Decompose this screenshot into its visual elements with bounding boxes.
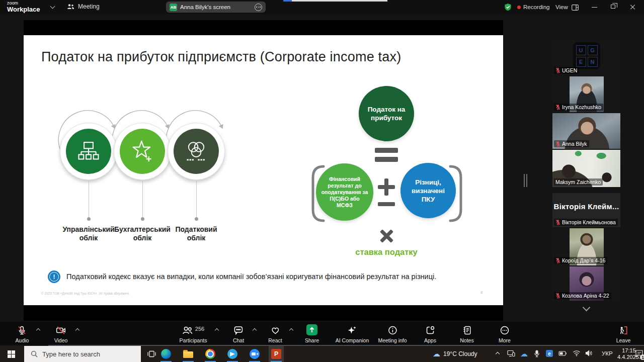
participant-tile-anna[interactable]: Anna Bilyk xyxy=(552,113,620,149)
minimize-button[interactable] xyxy=(592,7,597,8)
security-shield-icon[interactable] xyxy=(504,3,512,11)
panel-resize-handle[interactable] xyxy=(524,174,527,187)
start-button[interactable] xyxy=(8,350,15,358)
participant-name: Вікторія Клеймьонова xyxy=(562,219,616,225)
task-view-button[interactable] xyxy=(147,350,156,358)
leave-button[interactable]: Leave xyxy=(616,325,631,343)
video-options-chevron[interactable] xyxy=(75,328,79,332)
speaker-icon[interactable] xyxy=(585,350,593,356)
view-button[interactable]: View xyxy=(555,4,568,10)
weather-widget[interactable]: ☁ 19°C Cloudy xyxy=(433,346,477,362)
search-input[interactable]: Type here to search xyxy=(24,346,141,362)
participant-tile-kozlova[interactable]: Козлова Аріна 4-22 xyxy=(552,266,620,301)
mic-muted-icon xyxy=(555,67,560,73)
participant-tile-ugen[interactable]: UG EN UGEN xyxy=(552,39,620,75)
taskbar-app-telegram[interactable] xyxy=(225,346,240,362)
connector-dot xyxy=(195,217,198,221)
meeting-info-button[interactable]: Meeting info xyxy=(378,325,407,343)
accounting-type-label: Податковий облік xyxy=(158,225,234,242)
chat-button[interactable]: Chat xyxy=(233,325,244,343)
slide-title: Податок на прибуток підприємств (Corpora… xyxy=(41,49,401,65)
battery-icon[interactable] xyxy=(558,351,567,356)
notes-button[interactable]: Notes xyxy=(460,325,473,343)
tax-accounting-circle xyxy=(168,123,225,180)
windows-taskbar: Type here to search P ☁ 19°C Cloudy ☁ xyxy=(0,346,644,362)
plus-sign xyxy=(384,178,388,196)
taskbar-app-file-explorer[interactable] xyxy=(181,346,196,362)
participants-icon xyxy=(182,325,193,335)
participant-tile-koroid[interactable]: Короїд Дар’я 4-16 xyxy=(552,228,620,265)
taskbar-app-chrome[interactable] xyxy=(203,346,218,362)
participant-display-name: Вікторія Клейм... xyxy=(552,202,620,211)
shared-screen-bottom-bar xyxy=(24,305,503,321)
zoom-titlebar: zoom Workplace Meeting AB Anna Bilyk's s… xyxy=(0,0,644,14)
tax-rate-label: ставка податку xyxy=(341,247,432,257)
management-accounting-circle xyxy=(60,123,117,180)
participant-name: Maksym Zaichenko xyxy=(555,179,601,185)
share-button[interactable]: Share xyxy=(305,325,319,343)
connector-line xyxy=(196,181,197,217)
mic-muted-icon xyxy=(17,325,27,335)
audio-label: Audio xyxy=(16,337,29,343)
close-button[interactable] xyxy=(630,4,636,10)
chat-icon xyxy=(233,325,244,335)
share-icon xyxy=(306,324,317,335)
mic-muted-icon xyxy=(555,104,560,110)
notes-label: Notes xyxy=(460,337,473,343)
ai-companion-button[interactable]: AI Companion xyxy=(336,325,369,343)
background-window-edge xyxy=(283,0,387,2)
participant-name: UGEN xyxy=(562,67,577,73)
connector-dot xyxy=(87,217,91,221)
chat-options-chevron[interactable] xyxy=(253,328,257,332)
tab-shared-screen[interactable]: AB Anna Bilyk's screen xyxy=(166,2,266,13)
taskbar-app-powerpoint-active[interactable]: P xyxy=(269,346,284,362)
folder-icon xyxy=(183,350,193,358)
maximize-button[interactable] xyxy=(611,5,615,9)
view-layout-icon[interactable] xyxy=(572,5,579,11)
meeting-tab-label: Meeting xyxy=(78,3,100,10)
participant-tile-iryna[interactable]: Iryna Kozhushko xyxy=(552,76,620,112)
tab-meeting[interactable]: Meeting xyxy=(67,3,100,10)
telegram-icon xyxy=(227,349,237,359)
zoom-toolbar: Audio Video 256 Participants xyxy=(0,322,644,345)
audio-button[interactable]: Audio xyxy=(16,325,29,343)
heart-icon xyxy=(270,325,280,335)
language-indicator[interactable]: УКР xyxy=(602,350,613,356)
participants-label: Participants xyxy=(180,337,207,343)
zoom-app-icon xyxy=(250,349,260,359)
more-participants-chevron-icon[interactable] xyxy=(583,304,591,312)
react-button[interactable]: React xyxy=(268,325,282,343)
mic-muted-icon xyxy=(555,257,560,263)
participant-name: Козлова Аріна 4-22 xyxy=(562,293,609,299)
video-button[interactable]: Video xyxy=(54,325,68,343)
apps-label: Apps xyxy=(424,337,436,343)
participants-button[interactable]: 256 Participants xyxy=(180,325,207,343)
more-label: More xyxy=(499,337,511,343)
ai-companion-label: AI Companion xyxy=(336,337,369,343)
participant-tile-maksym-active-speaker[interactable]: Maksym Zaichenko xyxy=(552,150,620,187)
onedrive-icon[interactable]: ☁ xyxy=(520,349,528,358)
audio-options-chevron[interactable] xyxy=(36,328,40,332)
react-options-chevron[interactable] xyxy=(289,328,293,332)
apps-button[interactable]: Apps xyxy=(424,325,436,343)
taskbar-app-edge[interactable] xyxy=(158,346,174,362)
tray-expand-chevron[interactable] xyxy=(496,352,500,356)
taskbar-app-zoom[interactable] xyxy=(247,346,262,362)
participants-options-chevron[interactable] xyxy=(215,328,219,332)
display-sync-icon[interactable] xyxy=(507,350,515,357)
video-label: Video xyxy=(54,337,68,343)
wifi-icon[interactable] xyxy=(573,350,581,356)
tray-mic-icon[interactable] xyxy=(534,350,540,357)
more-button[interactable]: More xyxy=(499,325,511,343)
info-exclamation-icon: ! xyxy=(48,270,60,283)
weather-label: 19°C Cloudy xyxy=(443,350,477,357)
leave-door-icon xyxy=(618,325,628,335)
zoom-workplace-logo: zoom Workplace xyxy=(7,1,40,13)
chevron-down-icon[interactable] xyxy=(50,4,55,9)
recording-label: Recording xyxy=(523,4,549,10)
tray-e-icon[interactable]: e xyxy=(546,350,553,357)
participant-tile-viktoria[interactable]: Вікторія Клейм... Вікторія Клеймьонова xyxy=(552,193,620,227)
more-options-icon[interactable] xyxy=(255,4,262,11)
differences-circle: Різниці, визначені ПКУ xyxy=(400,163,456,218)
connector-dot xyxy=(141,217,144,221)
